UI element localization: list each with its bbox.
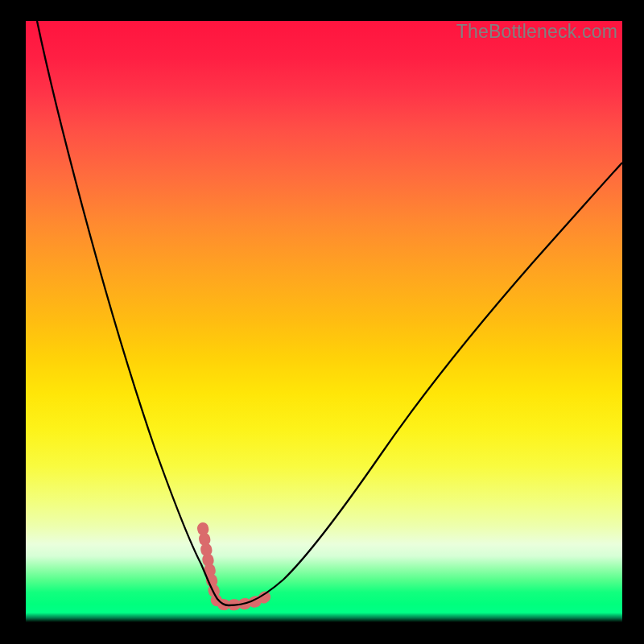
chart-container: TheBottleneck.com: [0, 0, 644, 644]
plot-area: TheBottleneck.com: [26, 21, 622, 622]
highlight-left: [203, 528, 217, 601]
curve-layer: [26, 21, 622, 622]
watermark-text: TheBottleneck.com: [456, 21, 617, 43]
main-curve: [37, 21, 622, 605]
